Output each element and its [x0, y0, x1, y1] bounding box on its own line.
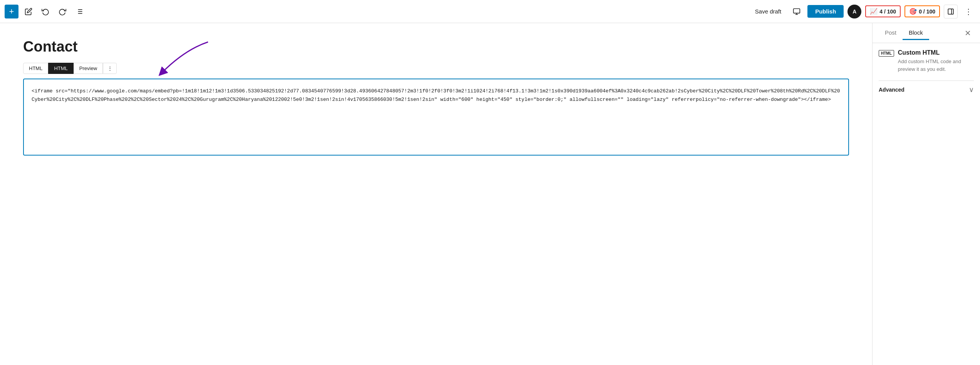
- seo-icon: 📈: [870, 8, 878, 15]
- html-editor-block[interactable]: <iframe src="https://www.google.com/maps…: [23, 79, 849, 156]
- block-toolbar: HTML HTML Preview ⋮: [23, 63, 849, 74]
- readability-icon: 🎯: [909, 8, 917, 15]
- chevron-down-icon: ∨: [969, 85, 974, 94]
- seo-score-value: 4 / 100: [879, 8, 896, 15]
- editor-area: Contact HTML HTML Preview ⋮ <iframe src=…: [0, 23, 872, 365]
- publish-button[interactable]: Publish: [807, 5, 844, 18]
- block-description: Add custom HTML code and preview it as y…: [898, 58, 974, 73]
- sidebar-header: Post Block ✕: [873, 23, 980, 43]
- toolbar: + Save draft: [0, 0, 980, 23]
- right-sidebar: Post Block ✕ HTML Custom HTML Add custom…: [872, 23, 980, 365]
- toolbar-right: Save draft Publish A 📈 4 / 100 🎯 0 / 100…: [750, 5, 975, 18]
- monitor-icon: [793, 8, 800, 15]
- svg-rect-6: [794, 8, 800, 13]
- readability-score-value: 0 / 100: [919, 8, 935, 15]
- undo-button[interactable]: [39, 5, 52, 18]
- layout-icon: [947, 8, 954, 15]
- undo-icon: [42, 8, 49, 15]
- block-more-button[interactable]: ⋮: [103, 63, 117, 74]
- redo-button[interactable]: [55, 5, 69, 18]
- advanced-label: Advanced: [879, 87, 904, 93]
- sidebar-toggle-button[interactable]: [944, 5, 958, 18]
- redo-icon: [59, 8, 66, 15]
- main-layout: Contact HTML HTML Preview ⋮ <iframe src=…: [0, 23, 980, 365]
- post-tab[interactable]: Post: [879, 26, 903, 40]
- svg-rect-9: [948, 9, 953, 14]
- astra-logo: A: [847, 5, 861, 18]
- advanced-section: Advanced ∨: [879, 80, 974, 99]
- html-tab-active[interactable]: HTML: [48, 63, 73, 74]
- post-title: Contact: [23, 39, 849, 55]
- sidebar-content: HTML Custom HTML Add custom HTML code an…: [873, 43, 980, 365]
- seo-score-badge[interactable]: 📈 4 / 100: [865, 5, 901, 17]
- preview-tab[interactable]: Preview: [74, 63, 103, 74]
- tools-button[interactable]: [22, 5, 35, 18]
- preview-button[interactable]: [790, 5, 804, 18]
- html-tab-inactive[interactable]: HTML: [23, 63, 48, 74]
- readability-score-badge[interactable]: 🎯 0 / 100: [904, 5, 940, 17]
- html-badge: HTML: [879, 50, 894, 57]
- block-title: Custom HTML: [898, 49, 974, 56]
- block-info: HTML Custom HTML Add custom HTML code an…: [879, 49, 974, 73]
- toolbar-left: +: [5, 5, 747, 18]
- block-info-text: Custom HTML Add custom HTML code and pre…: [898, 49, 974, 73]
- list-icon: [76, 8, 83, 15]
- add-block-button[interactable]: +: [5, 5, 18, 18]
- advanced-header[interactable]: Advanced ∨: [879, 81, 974, 99]
- edit-icon: [25, 8, 32, 15]
- list-view-button[interactable]: [72, 5, 86, 18]
- more-options-button[interactable]: ⋮: [962, 5, 975, 18]
- sidebar-close-button[interactable]: ✕: [962, 27, 974, 39]
- save-draft-button[interactable]: Save draft: [750, 6, 786, 17]
- block-tab[interactable]: Block: [903, 26, 929, 40]
